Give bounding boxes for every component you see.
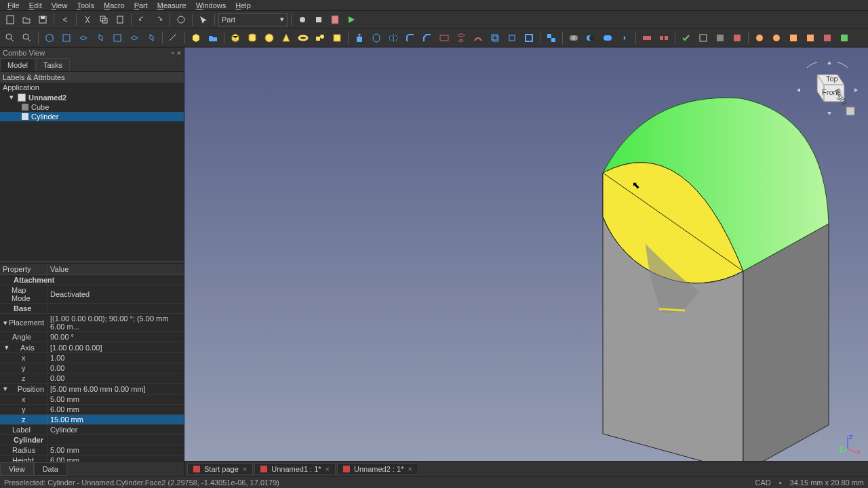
iso-icon[interactable] bbox=[42, 30, 57, 45]
extrude-icon[interactable] bbox=[352, 30, 367, 45]
measure-icon[interactable] bbox=[166, 30, 181, 45]
menu-windows[interactable]: Windows bbox=[191, 1, 231, 9]
property-row[interactable]: x1.00 bbox=[0, 353, 184, 363]
property-row[interactable]: ▾Placement[(1.00 0.00 0.00); 90.00 °; (5… bbox=[0, 314, 184, 332]
ruled-icon[interactable] bbox=[437, 30, 452, 45]
doc-tab-start[interactable]: Start page× bbox=[187, 463, 253, 475]
tab-view[interactable]: View bbox=[0, 462, 34, 476]
part-icon[interactable] bbox=[189, 30, 203, 45]
fillet-icon[interactable] bbox=[403, 30, 418, 45]
primitives-icon[interactable] bbox=[313, 30, 328, 45]
property-row[interactable]: y0.00 bbox=[0, 363, 184, 373]
m2-icon[interactable] bbox=[769, 30, 784, 45]
property-row[interactable]: ▾Axis[1.00 0.00 0.00] bbox=[0, 342, 184, 353]
property-row[interactable]: y6.00 mm bbox=[0, 405, 184, 415]
3d-viewport[interactable]: ⬉ Front Right Top x y z bbox=[184, 47, 868, 476]
tree-application[interactable]: Application bbox=[0, 83, 184, 92]
macro-play-button[interactable] bbox=[344, 12, 359, 27]
menu-view[interactable]: View bbox=[47, 1, 73, 9]
nav-cube[interactable]: Front Right Top bbox=[793, 54, 861, 122]
tab-model[interactable]: Model bbox=[0, 58, 35, 71]
cut-button[interactable] bbox=[80, 12, 95, 27]
property-row[interactable]: Attachment bbox=[0, 275, 184, 285]
open-button[interactable] bbox=[19, 12, 34, 27]
property-row[interactable]: z0.00 bbox=[0, 373, 184, 384]
doc-tab-unnamed1[interactable]: Unnamed1 : 1*× bbox=[254, 463, 336, 475]
chamfer-icon[interactable] bbox=[420, 30, 435, 45]
offset3d-icon[interactable] bbox=[488, 30, 502, 45]
menu-file[interactable]: File bbox=[3, 1, 24, 9]
tab-data[interactable]: Data bbox=[34, 462, 67, 476]
whatsthis-button[interactable] bbox=[196, 12, 211, 27]
redo-button[interactable] bbox=[151, 12, 166, 27]
workbench-combo[interactable]: Part▾ bbox=[218, 13, 288, 26]
menu-help[interactable]: Help bbox=[231, 1, 256, 9]
close-icon[interactable]: × bbox=[408, 465, 412, 473]
fit-all-icon[interactable] bbox=[3, 30, 18, 45]
tree-document[interactable]: ▾Unnamed2 bbox=[0, 92, 184, 102]
save-button[interactable] bbox=[35, 12, 50, 27]
mirror-icon[interactable] bbox=[386, 30, 401, 45]
m1-icon[interactable] bbox=[752, 30, 767, 45]
property-row[interactable]: Map ModeDeactivated bbox=[0, 285, 184, 304]
macro-list-button[interactable] bbox=[328, 12, 342, 27]
tree-item-cube[interactable]: Cube bbox=[0, 102, 184, 112]
close-icon[interactable]: × bbox=[243, 465, 247, 473]
export-icon[interactable] bbox=[730, 30, 745, 45]
new-button[interactable] bbox=[3, 12, 18, 27]
group-icon[interactable] bbox=[205, 30, 220, 45]
offset2d-icon[interactable] bbox=[505, 30, 519, 45]
property-row[interactable]: z15.00 mm bbox=[0, 415, 184, 425]
menu-part[interactable]: Part bbox=[130, 1, 153, 9]
m5-icon[interactable] bbox=[820, 30, 835, 45]
property-row[interactable]: Height6.00 mm bbox=[0, 455, 184, 462]
bottom-icon[interactable] bbox=[127, 30, 142, 45]
compound-icon[interactable] bbox=[544, 30, 559, 45]
cylinder-icon[interactable] bbox=[245, 30, 260, 45]
menu-macro[interactable]: Macro bbox=[99, 1, 130, 9]
import-icon[interactable] bbox=[713, 30, 728, 45]
macro-rec-button[interactable] bbox=[295, 12, 310, 27]
property-row[interactable]: Radius5.00 mm bbox=[0, 445, 184, 455]
thickness-icon[interactable] bbox=[521, 30, 536, 45]
fuse-icon[interactable] bbox=[600, 30, 615, 45]
loft-icon[interactable] bbox=[454, 30, 469, 45]
doc-tab-unnamed2[interactable]: Unnamed2 : 1*× bbox=[337, 463, 418, 475]
join-icon[interactable] bbox=[639, 30, 654, 45]
sweep-icon[interactable] bbox=[471, 30, 486, 45]
cube-icon[interactable] bbox=[228, 30, 243, 45]
property-row[interactable]: LabelCylinder bbox=[0, 425, 184, 435]
menu-edit[interactable]: Edit bbox=[24, 1, 47, 9]
torus-icon[interactable] bbox=[296, 30, 311, 45]
m3-icon[interactable] bbox=[786, 30, 801, 45]
front-icon[interactable] bbox=[59, 30, 74, 45]
revolve-icon[interactable] bbox=[369, 30, 384, 45]
undo-button[interactable] bbox=[58, 12, 73, 27]
common-icon[interactable] bbox=[617, 30, 632, 45]
defeature-icon[interactable] bbox=[696, 30, 711, 45]
close-panel-icon[interactable]: × bbox=[177, 49, 181, 57]
property-row[interactable]: x5.00 mm bbox=[0, 394, 184, 405]
undo2-button[interactable] bbox=[135, 12, 150, 27]
top-icon[interactable] bbox=[76, 30, 91, 45]
builder-icon[interactable] bbox=[330, 30, 344, 45]
refresh-button[interactable] bbox=[174, 12, 189, 27]
rear-icon[interactable] bbox=[110, 30, 125, 45]
tree-item-cylinder[interactable]: Cylinder bbox=[0, 112, 184, 121]
cut-bool-icon[interactable] bbox=[583, 30, 598, 45]
right-icon[interactable] bbox=[93, 30, 108, 45]
copy-button[interactable] bbox=[96, 12, 111, 27]
m6-icon[interactable] bbox=[837, 30, 852, 45]
m4-icon[interactable] bbox=[803, 30, 818, 45]
property-row[interactable]: Cylinder bbox=[0, 435, 184, 445]
sphere-icon[interactable] bbox=[262, 30, 277, 45]
paste-button[interactable] bbox=[113, 12, 127, 27]
close-icon[interactable]: × bbox=[326, 465, 330, 473]
dock-icon[interactable]: ▫ bbox=[172, 49, 174, 57]
tree-view[interactable]: Application ▾Unnamed2 Cube Cylinder bbox=[0, 83, 184, 261]
status-nav-mode[interactable]: CAD bbox=[755, 479, 770, 487]
check-icon[interactable] bbox=[679, 30, 694, 45]
fit-sel-icon[interactable] bbox=[20, 30, 35, 45]
split-icon[interactable] bbox=[656, 30, 671, 45]
menu-tools[interactable]: Tools bbox=[72, 1, 99, 9]
